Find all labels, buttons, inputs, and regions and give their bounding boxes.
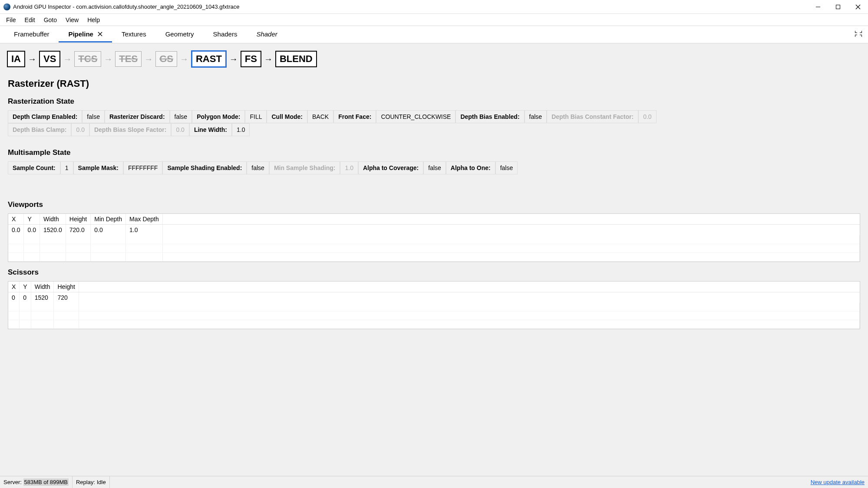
section-title-multisample: Multisample State (8, 148, 860, 157)
pipeline-stage-blend[interactable]: BLEND (275, 51, 317, 67)
kv-pair: Depth Bias Constant Factor:0.0 (547, 110, 656, 123)
kv-label: Depth Bias Slope Factor: (89, 123, 171, 136)
table-header[interactable]: Max Depth (126, 214, 163, 225)
kv-pair: Alpha to One:false (446, 161, 518, 174)
rasterization-state-table: Depth Clamp Enabled:falseRasterizer Disc… (8, 110, 860, 136)
tabbar: Framebuffer Pipeline Textures Geometry S… (0, 26, 868, 43)
kv-value: false (247, 161, 269, 174)
table-header[interactable]: Height (54, 282, 79, 292)
page-title: Rasterizer (RAST) (8, 78, 860, 89)
arrow-icon: → (229, 54, 238, 64)
table-cell: 720 (54, 292, 79, 303)
kv-pair: Alpha to Coverage:false (358, 161, 446, 174)
tab-label: Shader (256, 30, 277, 38)
pipeline-stage-tcs[interactable]: TCS (74, 51, 101, 67)
kv-value: 0.0 (171, 123, 189, 136)
tab-pipeline[interactable]: Pipeline (59, 27, 112, 43)
update-link[interactable]: New update available (811, 479, 865, 485)
table-cell: 0.0 (91, 225, 126, 236)
collapse-icon[interactable] (849, 27, 868, 42)
minimize-button[interactable] (808, 0, 828, 14)
kv-pair: Sample Shading Enabled:false (162, 161, 269, 174)
table-header[interactable]: Height (66, 214, 90, 225)
table-cell: 720.0 (66, 225, 90, 236)
close-icon[interactable] (98, 30, 102, 38)
table-header[interactable]: X (8, 282, 20, 292)
kv-label: Depth Bias Constant Factor: (547, 110, 638, 123)
pipeline-stage-ia[interactable]: IA (7, 51, 25, 67)
table-row (8, 252, 860, 261)
kv-pair: Min Sample Shading:1.0 (269, 161, 358, 174)
kv-value: FILL (245, 110, 267, 123)
arrow-icon: → (180, 54, 188, 64)
tab-framebuffer[interactable]: Framebuffer (4, 27, 59, 43)
tab-shaders[interactable]: Shaders (204, 27, 247, 43)
kv-label: Line Width: (189, 123, 232, 136)
kv-label: Min Sample Shading: (269, 161, 340, 174)
app-icon (3, 3, 10, 10)
table-header[interactable]: X (8, 214, 24, 225)
table-cell: 0 (20, 292, 31, 303)
viewports-table: XYWidthHeightMin DepthMax Depth0.00.0152… (8, 213, 860, 262)
menu-goto[interactable]: Goto (40, 15, 61, 25)
tab-label: Geometry (165, 30, 194, 38)
kv-label: Alpha to One: (446, 161, 495, 174)
table-row[interactable]: 0.00.01520.0720.00.01.0 (8, 225, 860, 236)
section-title-viewports: Viewports (8, 200, 860, 209)
kv-label: Sample Shading Enabled: (162, 161, 247, 174)
kv-label: Depth Bias Clamp: (8, 123, 71, 136)
tab-shader-italic[interactable]: Shader (247, 27, 287, 43)
status-replay-value: Idle (97, 479, 106, 485)
table-header[interactable]: Width (31, 282, 54, 292)
table-header[interactable]: Min Depth (91, 214, 126, 225)
kv-pair: Sample Mask:FFFFFFFF (73, 161, 163, 174)
pipeline-stage-fs[interactable]: FS (241, 51, 261, 67)
arrow-icon: → (104, 54, 112, 64)
main-panel: Rasterizer (RAST) Rasterization State De… (0, 71, 868, 476)
kv-pair: Polygon Mode:FILL (192, 110, 267, 123)
menu-help[interactable]: Help (83, 15, 104, 25)
kv-pair: Sample Count:1 (8, 161, 73, 174)
kv-label: Sample Mask: (73, 161, 123, 174)
menubar: File Edit Goto View Help (0, 14, 868, 26)
table-header[interactable]: Y (24, 214, 40, 225)
tab-geometry[interactable]: Geometry (156, 27, 204, 43)
svg-rect-1 (836, 5, 840, 9)
tab-textures[interactable]: Textures (112, 27, 156, 43)
window-buttons (808, 0, 868, 14)
kv-value: BACK (307, 110, 333, 123)
tab-label: Textures (122, 30, 146, 38)
close-button[interactable] (848, 0, 868, 14)
table-header[interactable]: Y (20, 282, 31, 292)
pipeline-stage-tes[interactable]: TES (115, 51, 142, 67)
window-title: Android GPU Inspector - com.activision.c… (13, 3, 808, 10)
table-header[interactable]: Width (40, 214, 66, 225)
pipeline-stage-gs[interactable]: GS (155, 51, 177, 67)
maximize-button[interactable] (828, 0, 848, 14)
kv-value: false (82, 110, 105, 123)
table-row[interactable]: 001520720 (8, 292, 860, 303)
tab-label: Framebuffer (14, 30, 49, 38)
tab-label: Pipeline (68, 30, 93, 38)
section-title-scissors: Scissors (8, 268, 860, 277)
pipeline-stage-vs[interactable]: VS (39, 51, 60, 67)
kv-value: 0.0 (638, 110, 656, 123)
section-title-rasterization: Rasterization State (8, 97, 860, 106)
kv-value: COUNTER_CLOCKWISE (376, 110, 455, 123)
table-cell: 1.0 (126, 225, 163, 236)
kv-value: 1.0 (232, 123, 250, 136)
kv-value: false (525, 110, 547, 123)
pipeline-stage-rast[interactable]: RAST (191, 50, 227, 68)
menu-view[interactable]: View (61, 15, 83, 25)
kv-label: Rasterizer Discard: (105, 110, 170, 123)
table-cell: 0.0 (24, 225, 40, 236)
kv-value: 1 (60, 161, 73, 174)
menu-edit[interactable]: Edit (20, 15, 40, 25)
kv-pair: Depth Bias Clamp:0.0 (8, 123, 89, 136)
arrow-icon: → (28, 54, 36, 64)
kv-label: Cull Mode: (267, 110, 307, 123)
table-row (8, 235, 860, 244)
kv-pair: Cull Mode:BACK (267, 110, 333, 123)
table-cell: 0 (8, 292, 20, 303)
menu-file[interactable]: File (2, 15, 20, 25)
